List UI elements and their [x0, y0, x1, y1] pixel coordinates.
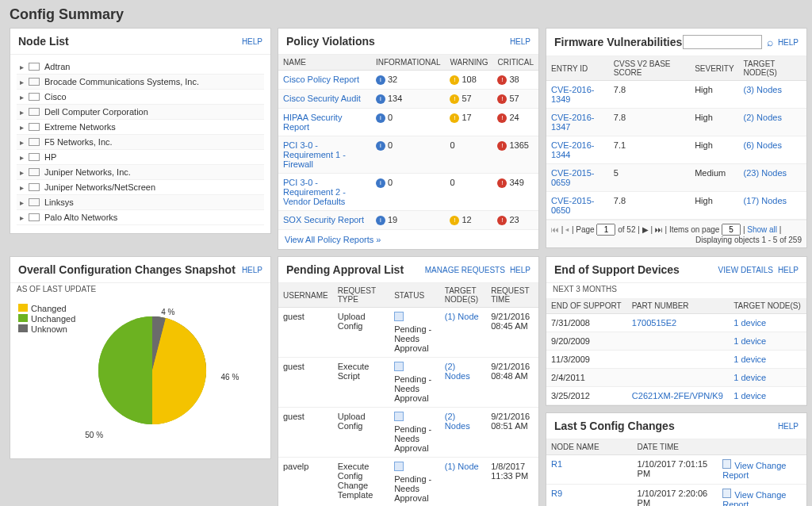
chevron-right-icon[interactable]: ▸: [20, 198, 24, 207]
node-label: Palo Alto Networks: [44, 213, 117, 222]
pager-first-icon[interactable]: ⏮: [551, 225, 559, 234]
chevron-right-icon[interactable]: ▸: [20, 78, 24, 86]
page-input[interactable]: [596, 224, 615, 236]
col-part: Part Number: [627, 298, 729, 314]
pager-next-icon[interactable]: ▶: [642, 225, 649, 234]
nodes-link[interactable]: (2) Nodes: [744, 113, 782, 122]
policy-link[interactable]: HIPAA Security Report: [283, 113, 342, 132]
col-info: INFORMATIONAL: [371, 55, 445, 71]
critical-icon: !: [497, 94, 507, 104]
chevron-right-icon[interactable]: ▸: [20, 93, 24, 102]
chevron-right-icon[interactable]: ▸: [20, 183, 24, 192]
chevron-right-icon[interactable]: ▸: [20, 168, 24, 177]
device-link[interactable]: 1 device: [733, 391, 766, 401]
help-link[interactable]: HELP: [778, 266, 799, 274]
node-row[interactable]: ▸Palo Alto Networks: [17, 210, 264, 225]
col-date: DATE TIME: [633, 439, 718, 455]
nodes-link[interactable]: (2) Nodes: [445, 362, 470, 381]
table-row: guestExecute ScriptPending - Needs Appro…: [278, 358, 538, 408]
search-icon[interactable]: ⌕: [767, 36, 773, 48]
node-label: HP: [44, 152, 56, 162]
items-input[interactable]: [722, 224, 741, 236]
panel-policy-violations: Policy Violations HELP NAME INFORMATIONA…: [278, 28, 539, 250]
cve-link[interactable]: CVE-2016-1347: [551, 113, 594, 132]
pager-prev-icon[interactable]: ◀: [565, 225, 569, 234]
legend-changed: Changed: [31, 304, 67, 313]
node-link[interactable]: R9: [551, 489, 562, 498]
policy-link[interactable]: SOX Security Report: [283, 215, 364, 224]
device-link[interactable]: 1 device: [733, 336, 766, 346]
view-all-policies-link[interactable]: View All Policy Reports »: [285, 235, 381, 244]
status-icon: [394, 462, 404, 471]
status-icon: [394, 362, 404, 371]
node-row[interactable]: ▸Extreme Networks: [17, 120, 264, 135]
nodes-link[interactable]: (23) Nodes: [744, 168, 787, 178]
help-link[interactable]: HELP: [778, 38, 799, 47]
manage-requests-link[interactable]: MANAGE REQUESTS: [425, 266, 505, 274]
table-row: 2/4/20111 device: [546, 369, 806, 387]
cve-link[interactable]: CVE-2015-0650: [551, 196, 594, 215]
col-name: NAME: [278, 55, 371, 71]
node-row[interactable]: ▸Brocade Communications Systems, Inc.: [17, 75, 264, 90]
chevron-right-icon[interactable]: ▸: [20, 123, 24, 132]
device-link[interactable]: 1 device: [733, 373, 766, 382]
policy-link[interactable]: Cisco Policy Report: [283, 75, 359, 84]
info-icon: i: [376, 94, 385, 104]
part-link[interactable]: C2621XM-2FE/VPN/K9: [632, 391, 723, 401]
nodes-link[interactable]: (1) Node: [445, 462, 479, 471]
vendor-icon: [29, 78, 40, 86]
critical-icon: !: [497, 75, 507, 85]
policy-link[interactable]: PCI 3-0 - Requirement 1 - Firewall: [283, 140, 346, 169]
node-row[interactable]: ▸Dell Computer Corporation: [17, 105, 264, 120]
node-link[interactable]: R1: [551, 459, 562, 469]
chevron-right-icon[interactable]: ▸: [20, 213, 24, 222]
view-details-link[interactable]: VIEW DETAILS: [718, 266, 773, 274]
pager-last-icon[interactable]: ⏭: [655, 225, 663, 234]
col-crit: CRITICAL: [492, 55, 538, 71]
table-row: 7/31/20081700515E21 device: [546, 314, 806, 332]
eos-sub: NEXT 3 MONTHS: [546, 283, 806, 298]
help-link[interactable]: HELP: [510, 266, 530, 274]
node-row[interactable]: ▸Cisco: [17, 90, 264, 105]
node-row[interactable]: ▸Adtran: [17, 59, 264, 75]
config-changes-title: Overall Configuration Changes Snapshot: [18, 263, 236, 276]
critical-icon: !: [497, 178, 507, 188]
table-row: HIPAA Security Reporti0!17!24: [278, 109, 538, 136]
chevron-right-icon[interactable]: ▸: [20, 63, 24, 71]
policy-link[interactable]: Cisco Security Audit: [283, 94, 361, 103]
policy-link[interactable]: PCI 3-0 - Requirement 2 - Vendor Default…: [283, 178, 346, 206]
nodes-link[interactable]: (6) Nodes: [744, 140, 782, 150]
help-link[interactable]: HELP: [242, 266, 262, 274]
node-row[interactable]: ▸Linksys: [17, 195, 264, 210]
vendor-icon: [29, 153, 40, 161]
node-row[interactable]: ▸F5 Networks, Inc.: [17, 135, 264, 150]
help-link[interactable]: HELP: [778, 422, 799, 431]
cve-link[interactable]: CVE-2016-1344: [551, 140, 594, 159]
chevron-right-icon[interactable]: ▸: [20, 138, 24, 147]
cve-link[interactable]: CVE-2015-0659: [551, 168, 594, 187]
view-change-link[interactable]: View Change Report: [722, 490, 786, 506]
chevron-right-icon[interactable]: ▸: [20, 108, 24, 117]
nodes-link[interactable]: (3) Nodes: [744, 85, 782, 94]
help-link[interactable]: HELP: [510, 37, 530, 46]
node-row[interactable]: ▸Juniper Networks, Inc.: [17, 165, 264, 180]
part-link[interactable]: 1700515E2: [632, 318, 676, 328]
nodes-link[interactable]: (1) Node: [445, 312, 479, 321]
firmware-search-input[interactable]: [683, 35, 762, 49]
pie-label-50: 50 %: [85, 431, 103, 439]
node-row[interactable]: ▸Juniper Networks/NetScreen: [17, 180, 264, 195]
node-row[interactable]: ▸HP: [17, 150, 264, 165]
device-link[interactable]: 1 device: [733, 318, 766, 328]
view-change-link[interactable]: View Change Report: [722, 461, 786, 480]
chevron-right-icon[interactable]: ▸: [20, 153, 24, 162]
help-link[interactable]: HELP: [242, 37, 262, 46]
cve-link[interactable]: CVE-2016-1349: [551, 85, 594, 104]
show-all-link[interactable]: Show all: [747, 225, 777, 234]
table-row: guestUpload ConfigPending - Needs Approv…: [278, 408, 538, 458]
legend-unknown: Unknown: [31, 324, 67, 334]
panel-pending-approval: Pending Approval List MANAGE REQUESTS HE…: [278, 256, 539, 506]
nodes-link[interactable]: (2) Nodes: [445, 412, 470, 431]
nodes-link[interactable]: (17) Nodes: [744, 196, 787, 205]
device-link[interactable]: 1 device: [733, 355, 766, 364]
col-time: REQUEST TIME: [486, 283, 538, 308]
